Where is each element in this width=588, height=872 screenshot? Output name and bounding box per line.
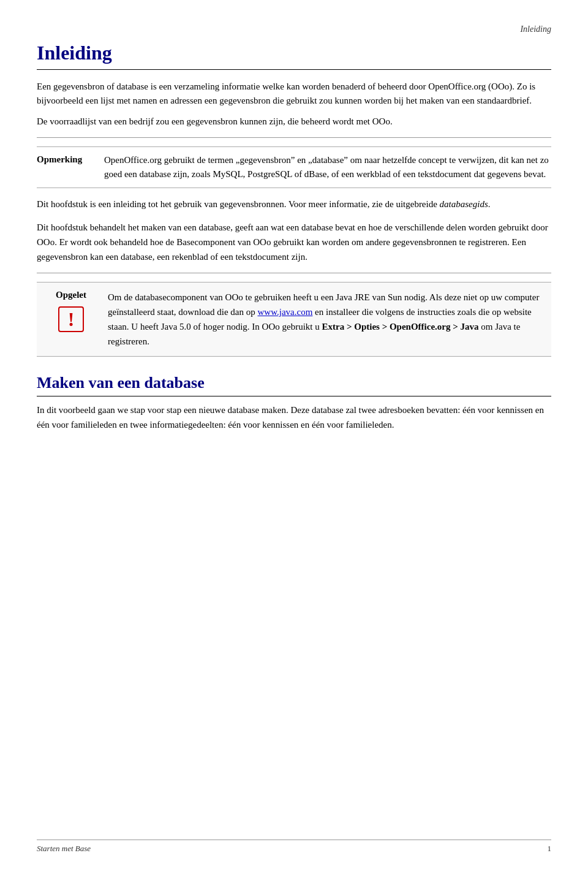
top-header: Inleiding [37,25,551,37]
header-label: Inleiding [520,25,551,34]
body-p1-text: Dit hoofdstuk is een inleiding tot het g… [37,199,440,209]
page-footer: Starten met Base 1 [37,840,551,854]
warning-bold2: Opties > OpenOffice.org > Java [354,322,478,332]
note-content: OpenOffice.org gebruikt de termen „gegev… [104,153,551,182]
warning-left: Opgelet ! [47,290,96,349]
main-title: Inleiding [37,42,551,70]
footer-left: Starten met Base [37,844,91,854]
warning-link[interactable]: www.java.com [258,307,313,317]
intro-p1: Een gegevensbron of database is een verz… [37,80,551,108]
body-p1-italic: databasegids [440,199,488,209]
rule-1 [37,137,551,138]
page: Inleiding Inleiding Een gegevensbron of … [0,0,588,872]
footer-right: 1 [548,844,552,854]
note-label: Opmerking [37,153,92,182]
warning-icon: ! [58,306,84,332]
warning-content: Om de databasecomponent van OOo te gebru… [108,290,541,349]
body-p1: Dit hoofdstuk is een inleiding tot het g… [37,197,551,211]
rule-2 [37,273,551,273]
note-box: Opmerking OpenOffice.org gebruikt de ter… [37,146,551,189]
warning-box: Opgelet ! Om de databasecomponent van OO… [37,282,551,357]
intro-p2: De voorraadlijst van een bedrijf zou een… [37,115,551,129]
warning-bold1: Extra > [322,322,352,332]
body-p1-end: . [488,199,491,209]
section-paragraph: In dit voorbeeld gaan we stap voor stap … [37,403,551,432]
warning-exclamation: ! [68,308,75,331]
warning-label: Opgelet [56,290,86,300]
body-p2: Dit hoofdstuk behandelt het maken van ee… [37,220,551,264]
section-heading: Maken van een database [37,374,551,396]
intro-section: Een gegevensbron of database is een verz… [37,80,551,129]
